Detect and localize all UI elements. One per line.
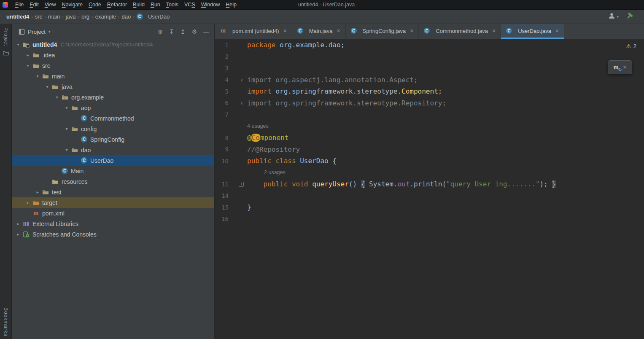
- tree-item-pom-xml[interactable]: mpom.xml: [12, 208, 214, 218]
- close-tab-icon[interactable]: ×: [283, 27, 287, 34]
- code-line[interactable]: public class UserDao {: [247, 157, 337, 165]
- tree-item-resources[interactable]: resources: [12, 176, 214, 187]
- tab-commonmethod-java[interactable]: CCommonmethod.java×: [419, 24, 501, 39]
- chevron-right-icon[interactable]: ▸: [23, 53, 32, 57]
- close-tab-icon[interactable]: ×: [410, 27, 413, 34]
- line-number[interactable]: 7: [225, 111, 229, 118]
- project-tool-button[interactable]: Project: [3, 27, 9, 46]
- menu-navigate[interactable]: Navigate: [59, 1, 86, 8]
- gutter[interactable]: 10: [215, 155, 247, 167]
- fold-arrow-icon[interactable]: ∧: [240, 101, 243, 105]
- tree-item-idea[interactable]: ▸.idea: [12, 50, 214, 60]
- code-line[interactable]: @Component: [247, 134, 288, 142]
- settings-button[interactable]: ⚙: [191, 29, 197, 35]
- inspections-widget[interactable]: ⚠ 2: [626, 43, 636, 49]
- menu-refactor[interactable]: Refactor: [104, 1, 130, 8]
- gutter[interactable]: 9: [215, 144, 247, 156]
- code-line[interactable]: import org.aspectj.lang.annotation.Aspec…: [247, 76, 418, 84]
- gutter[interactable]: [215, 121, 247, 132]
- line-number[interactable]: 15: [221, 204, 229, 211]
- menu-code[interactable]: Code: [86, 1, 104, 8]
- breadcrumb-item-org[interactable]: org: [80, 13, 91, 21]
- gutter[interactable]: 8: [215, 132, 247, 144]
- breadcrumb-item-untitled4[interactable]: untitled4: [5, 13, 30, 21]
- line-number[interactable]: 3: [225, 65, 229, 72]
- gutter[interactable]: 11+: [215, 178, 247, 190]
- code-line[interactable]: }: [247, 203, 251, 211]
- code-editor[interactable]: ⚠ 2 m↻ × 1package org.example.dao;234∨im…: [215, 39, 644, 339]
- chevron-down-icon[interactable]: ▾: [33, 74, 42, 78]
- locate-button[interactable]: ⊕: [158, 29, 163, 35]
- tree-item-aop[interactable]: ▾aop: [12, 102, 214, 113]
- line-number[interactable]: 6: [225, 100, 229, 106]
- menu-edit[interactable]: Edit: [27, 1, 42, 8]
- gutter[interactable]: 3: [215, 62, 247, 74]
- code-line[interactable]: public void queryUser() { System.out.pri…: [247, 180, 556, 188]
- breadcrumb-item-example[interactable]: example: [94, 13, 117, 21]
- inlay-hint[interactable]: 2 usages: [247, 170, 286, 175]
- tree-item-main[interactable]: CMain: [12, 166, 214, 176]
- line-number[interactable]: 2: [225, 53, 229, 60]
- menu-file[interactable]: File: [12, 1, 27, 8]
- code-line[interactable]: import org.springframework.stereotype.Co…: [247, 87, 442, 95]
- chevron-right-icon[interactable]: ▸: [33, 190, 42, 194]
- breadcrumb-item-dao[interactable]: dao: [121, 13, 132, 21]
- close-tab-icon[interactable]: ×: [492, 27, 496, 34]
- tab-pom-xml-untitled4[interactable]: mpom.xml (untitled4)×: [215, 24, 292, 39]
- chevron-down-icon[interactable]: ▾: [52, 95, 62, 100]
- build-button[interactable]: [625, 12, 634, 22]
- chevron-right-icon[interactable]: ▸: [13, 221, 23, 226]
- gutter[interactable]: 2: [215, 51, 247, 63]
- close-icon[interactable]: ×: [623, 64, 627, 70]
- chevron-right-icon[interactable]: ▸: [23, 200, 32, 205]
- fold-arrow-icon[interactable]: ∨: [240, 78, 243, 82]
- gutter[interactable]: [215, 167, 247, 179]
- menu-build[interactable]: Build: [130, 1, 148, 8]
- line-number[interactable]: 1: [225, 42, 229, 48]
- tree-item-dao[interactable]: ▾dao: [12, 145, 214, 155]
- expand-button[interactable]: ↧: [169, 29, 174, 35]
- tree-item-external-libraries[interactable]: ▸External Libraries: [12, 218, 214, 229]
- tree-item-untitled4[interactable]: ▾untitled4C:\Users\test2\IdeaProjects\un…: [12, 39, 214, 50]
- tree-item-commonmethod[interactable]: CCommonmethod: [12, 113, 214, 124]
- tree-item-springconfig[interactable]: CSpringConfig: [12, 134, 214, 145]
- line-number[interactable]: 14: [221, 192, 229, 199]
- chevron-down-icon[interactable]: ▾: [62, 148, 71, 152]
- menu-help[interactable]: Help: [223, 1, 240, 8]
- breadcrumb-item-main[interactable]: main: [47, 13, 61, 21]
- tree-item-scratches-and-consoles[interactable]: ▸Scratches and Consoles: [12, 229, 214, 239]
- menu-vcs[interactable]: VCS: [181, 1, 198, 8]
- gutter[interactable]: 1: [215, 39, 247, 51]
- maven-reload-button[interactable]: m↻: [614, 64, 619, 71]
- gutter[interactable]: 4∨: [215, 74, 247, 86]
- tree-item-userdao[interactable]: CUserDao: [12, 155, 214, 166]
- inlay-hint[interactable]: 4 usages: [247, 123, 269, 129]
- chevron-down-icon[interactable]: ▾: [13, 42, 23, 47]
- gutter[interactable]: 7: [215, 109, 247, 121]
- tree-item-target[interactable]: ▸target: [12, 197, 214, 208]
- chevron-down-icon[interactable]: ▾: [62, 105, 71, 110]
- tree-item-src[interactable]: ▾src: [12, 60, 214, 71]
- line-number[interactable]: 8: [225, 135, 229, 141]
- fold-plus-icon[interactable]: +: [239, 182, 244, 187]
- profile-button[interactable]: ▾: [608, 12, 619, 21]
- project-view-selector[interactable]: Project ▾: [19, 29, 51, 35]
- line-number[interactable]: 4: [225, 76, 229, 83]
- line-number[interactable]: 16: [221, 215, 229, 222]
- gutter[interactable]: 5: [215, 86, 247, 97]
- hide-button[interactable]: —: [203, 29, 209, 35]
- close-tab-icon[interactable]: ×: [555, 27, 559, 34]
- menu-run[interactable]: Run: [148, 1, 163, 8]
- line-number[interactable]: 5: [225, 88, 229, 95]
- breadcrumb-item-java[interactable]: java: [65, 13, 77, 21]
- tab-userdao-java[interactable]: CUserDao.java×: [501, 24, 564, 39]
- code-line[interactable]: package org.example.dao;: [247, 41, 345, 49]
- chevron-down-icon[interactable]: ▾: [23, 63, 32, 68]
- menu-window[interactable]: Window: [198, 1, 223, 8]
- menu-tools[interactable]: Tools: [163, 1, 181, 8]
- menu-view[interactable]: View: [42, 1, 59, 8]
- collapse-button[interactable]: ↥: [181, 29, 186, 35]
- code-line[interactable]: import org.springframework.stereotype.Re…: [247, 99, 446, 107]
- chevron-down-icon[interactable]: ▾: [43, 84, 52, 89]
- gutter[interactable]: 16: [215, 213, 247, 225]
